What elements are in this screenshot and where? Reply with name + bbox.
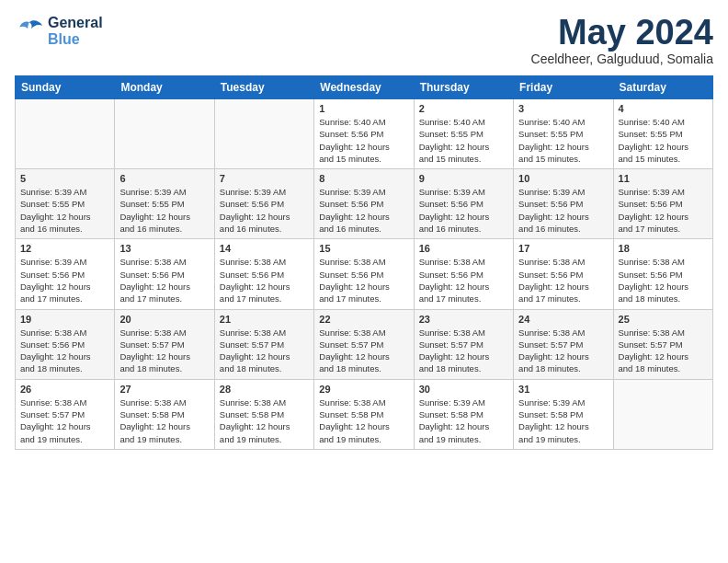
day-info: Sunrise: 5:38 AM Sunset: 5:58 PM Dayligh… — [119, 396, 209, 445]
day-info: Sunrise: 5:38 AM Sunset: 5:57 PM Dayligh… — [119, 327, 209, 375]
location: Ceeldheer, Galguduud, Somalia — [531, 52, 713, 66]
day-number: 15 — [319, 243, 408, 254]
day-of-week-header: Monday — [115, 76, 214, 99]
day-info: Sunrise: 5:39 AM Sunset: 5:58 PM Dayligh… — [419, 396, 508, 445]
day-number: 26 — [20, 384, 109, 395]
calendar-cell: 6Sunrise: 5:39 AM Sunset: 5:55 PM Daylig… — [115, 169, 214, 239]
calendar-cell — [214, 99, 313, 169]
logo-text: General Blue — [48, 15, 103, 47]
day-number: 27 — [119, 384, 209, 395]
calendar-cell: 1Sunrise: 5:40 AM Sunset: 5:56 PM Daylig… — [314, 99, 414, 169]
day-info: Sunrise: 5:39 AM Sunset: 5:56 PM Dayligh… — [319, 186, 408, 235]
calendar-cell: 25Sunrise: 5:38 AM Sunset: 5:57 PM Dayli… — [613, 309, 712, 379]
day-info: Sunrise: 5:38 AM Sunset: 5:56 PM Dayligh… — [220, 256, 309, 304]
day-info: Sunrise: 5:38 AM Sunset: 5:57 PM Dayligh… — [319, 327, 408, 375]
calendar-cell: 12Sunrise: 5:39 AM Sunset: 5:56 PM Dayli… — [16, 239, 115, 309]
day-number: 11 — [619, 173, 708, 184]
day-number: 16 — [419, 243, 508, 254]
day-info: Sunrise: 5:39 AM Sunset: 5:56 PM Dayligh… — [419, 186, 508, 235]
calendar-cell: 14Sunrise: 5:38 AM Sunset: 5:56 PM Dayli… — [214, 239, 313, 309]
day-info: Sunrise: 5:38 AM Sunset: 5:58 PM Dayligh… — [319, 396, 408, 445]
calendar-cell: 7Sunrise: 5:39 AM Sunset: 5:56 PM Daylig… — [214, 169, 313, 239]
day-info: Sunrise: 5:40 AM Sunset: 5:55 PM Dayligh… — [419, 116, 508, 165]
calendar-cell: 20Sunrise: 5:38 AM Sunset: 5:57 PM Dayli… — [115, 309, 214, 379]
calendar-cell: 19Sunrise: 5:38 AM Sunset: 5:56 PM Dayli… — [16, 309, 115, 379]
day-info: Sunrise: 5:39 AM Sunset: 5:55 PM Dayligh… — [119, 186, 209, 235]
calendar-cell: 18Sunrise: 5:38 AM Sunset: 5:56 PM Dayli… — [613, 239, 712, 309]
calendar-cell: 5Sunrise: 5:39 AM Sunset: 5:55 PM Daylig… — [16, 169, 115, 239]
calendar-cell: 10Sunrise: 5:39 AM Sunset: 5:56 PM Dayli… — [514, 169, 613, 239]
day-info: Sunrise: 5:38 AM Sunset: 5:56 PM Dayligh… — [518, 256, 608, 304]
day-number: 1 — [319, 103, 408, 114]
day-number: 25 — [619, 314, 708, 325]
logo-icon — [15, 18, 44, 44]
logo: General Blue — [15, 15, 103, 47]
day-info: Sunrise: 5:38 AM Sunset: 5:56 PM Dayligh… — [20, 327, 109, 375]
calendar-cell: 29Sunrise: 5:38 AM Sunset: 5:58 PM Dayli… — [314, 379, 414, 449]
day-number: 19 — [20, 314, 109, 325]
day-info: Sunrise: 5:38 AM Sunset: 5:57 PM Dayligh… — [619, 327, 708, 375]
day-number: 28 — [220, 384, 309, 395]
day-info: Sunrise: 5:38 AM Sunset: 5:56 PM Dayligh… — [119, 256, 209, 304]
calendar-cell: 17Sunrise: 5:38 AM Sunset: 5:56 PM Dayli… — [514, 239, 613, 309]
day-info: Sunrise: 5:40 AM Sunset: 5:55 PM Dayligh… — [518, 116, 608, 165]
day-info: Sunrise: 5:38 AM Sunset: 5:56 PM Dayligh… — [419, 256, 508, 304]
calendar-cell: 15Sunrise: 5:38 AM Sunset: 5:56 PM Dayli… — [314, 239, 414, 309]
calendar-cell: 31Sunrise: 5:39 AM Sunset: 5:58 PM Dayli… — [514, 379, 613, 449]
day-number: 21 — [220, 314, 309, 325]
calendar-cell — [613, 379, 712, 449]
calendar-cell: 2Sunrise: 5:40 AM Sunset: 5:55 PM Daylig… — [414, 99, 513, 169]
day-number: 18 — [619, 243, 708, 254]
day-of-week-header: Wednesday — [314, 76, 414, 99]
day-number: 9 — [419, 173, 508, 184]
day-info: Sunrise: 5:38 AM Sunset: 5:58 PM Dayligh… — [220, 396, 309, 445]
calendar-cell: 23Sunrise: 5:38 AM Sunset: 5:57 PM Dayli… — [414, 309, 513, 379]
day-number: 20 — [119, 314, 209, 325]
calendar-cell — [115, 99, 214, 169]
day-info: Sunrise: 5:38 AM Sunset: 5:57 PM Dayligh… — [518, 327, 608, 375]
calendar-cell — [16, 99, 115, 169]
calendar-cell: 28Sunrise: 5:38 AM Sunset: 5:58 PM Dayli… — [214, 379, 313, 449]
day-of-week-header: Sunday — [16, 76, 115, 99]
day-number: 31 — [518, 384, 608, 395]
day-of-week-header: Thursday — [414, 76, 513, 99]
calendar-cell: 21Sunrise: 5:38 AM Sunset: 5:57 PM Dayli… — [214, 309, 313, 379]
page-header: General Blue May 2024 Ceeldheer, Galgudu… — [15, 15, 713, 66]
day-of-week-header: Saturday — [613, 76, 712, 99]
calendar-cell: 13Sunrise: 5:38 AM Sunset: 5:56 PM Dayli… — [115, 239, 214, 309]
day-of-week-header: Tuesday — [214, 76, 313, 99]
day-info: Sunrise: 5:39 AM Sunset: 5:56 PM Dayligh… — [20, 256, 109, 304]
day-info: Sunrise: 5:38 AM Sunset: 5:57 PM Dayligh… — [220, 327, 309, 375]
calendar-cell: 4Sunrise: 5:40 AM Sunset: 5:55 PM Daylig… — [613, 99, 712, 169]
calendar-cell: 22Sunrise: 5:38 AM Sunset: 5:57 PM Dayli… — [314, 309, 414, 379]
calendar-cell: 11Sunrise: 5:39 AM Sunset: 5:56 PM Dayli… — [613, 169, 712, 239]
calendar-cell: 16Sunrise: 5:38 AM Sunset: 5:56 PM Dayli… — [414, 239, 513, 309]
day-number: 5 — [20, 173, 109, 184]
calendar-cell: 27Sunrise: 5:38 AM Sunset: 5:58 PM Dayli… — [115, 379, 214, 449]
day-number: 17 — [518, 243, 608, 254]
day-info: Sunrise: 5:39 AM Sunset: 5:55 PM Dayligh… — [20, 186, 109, 235]
day-number: 2 — [419, 103, 508, 114]
month-title: May 2024 — [531, 15, 713, 50]
day-info: Sunrise: 5:38 AM Sunset: 5:56 PM Dayligh… — [319, 256, 408, 304]
day-number: 10 — [518, 173, 608, 184]
day-number: 6 — [119, 173, 209, 184]
day-number: 22 — [319, 314, 408, 325]
calendar-cell: 30Sunrise: 5:39 AM Sunset: 5:58 PM Dayli… — [414, 379, 513, 449]
day-of-week-header: Friday — [514, 76, 613, 99]
day-info: Sunrise: 5:38 AM Sunset: 5:57 PM Dayligh… — [20, 396, 109, 445]
calendar-cell: 26Sunrise: 5:38 AM Sunset: 5:57 PM Dayli… — [16, 379, 115, 449]
day-number: 7 — [220, 173, 309, 184]
day-info: Sunrise: 5:40 AM Sunset: 5:55 PM Dayligh… — [619, 116, 708, 165]
day-number: 13 — [119, 243, 209, 254]
day-info: Sunrise: 5:39 AM Sunset: 5:56 PM Dayligh… — [220, 186, 309, 235]
day-number: 3 — [518, 103, 608, 114]
day-info: Sunrise: 5:38 AM Sunset: 5:57 PM Dayligh… — [419, 327, 508, 375]
calendar-cell: 9Sunrise: 5:39 AM Sunset: 5:56 PM Daylig… — [414, 169, 513, 239]
day-number: 8 — [319, 173, 408, 184]
day-info: Sunrise: 5:39 AM Sunset: 5:56 PM Dayligh… — [518, 186, 608, 235]
calendar-table: SundayMondayTuesdayWednesdayThursdayFrid… — [15, 75, 713, 450]
day-info: Sunrise: 5:39 AM Sunset: 5:56 PM Dayligh… — [619, 186, 708, 235]
day-number: 29 — [319, 384, 408, 395]
calendar-cell: 3Sunrise: 5:40 AM Sunset: 5:55 PM Daylig… — [514, 99, 613, 169]
